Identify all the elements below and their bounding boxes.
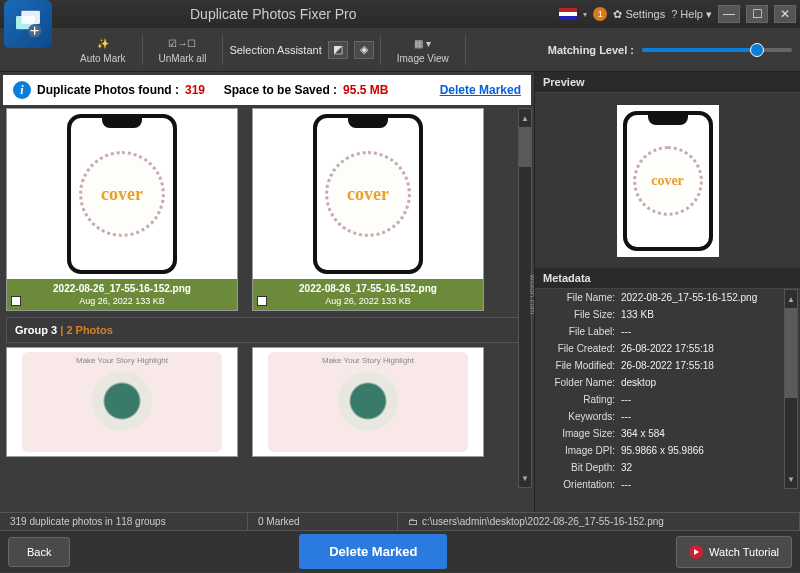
info-bar: i Duplicate Photos found : 319 Space to … bbox=[3, 75, 531, 105]
thumbnail-card[interactable]: Make Your Story Highlight bbox=[6, 347, 238, 457]
image-view-button[interactable]: ▦ ▾ Image View bbox=[387, 35, 459, 64]
group-header[interactable]: Group 3 | 2 Photos bbox=[6, 317, 528, 343]
watch-tutorial-button[interactable]: Watch Tutorial bbox=[676, 536, 792, 568]
separator bbox=[380, 35, 381, 65]
delete-marked-button[interactable]: Delete Marked bbox=[299, 534, 447, 569]
delete-marked-link[interactable]: Delete Marked bbox=[440, 83, 521, 97]
unmark-all-button[interactable]: ☑→☐ UnMark all bbox=[149, 35, 217, 64]
preview-pane: cover bbox=[535, 93, 800, 268]
status-dup-count: 319 duplicate photos in 118 groups bbox=[0, 513, 248, 530]
metadata-row: Orientation:--- bbox=[535, 476, 800, 493]
metadata-row: Keywords:--- bbox=[535, 408, 800, 425]
space-saved: 95.5 MB bbox=[343, 83, 388, 97]
metadata-row: File Modified:26-08-2022 17:55:18 bbox=[535, 357, 800, 374]
separator bbox=[465, 35, 466, 65]
metadata-row: Bit Depth:32 bbox=[535, 459, 800, 476]
matching-level-label: Matching Level : bbox=[548, 44, 634, 56]
separator bbox=[222, 35, 223, 65]
wand-icon: ✨ bbox=[97, 35, 109, 51]
back-button[interactable]: Back bbox=[8, 537, 70, 567]
metadata-row: Folder Name:desktop bbox=[535, 374, 800, 391]
thumbnail-card[interactable]: Make Your Story Highlight bbox=[252, 347, 484, 457]
uncheck-icon: ☑→☐ bbox=[168, 35, 196, 51]
auto-mark-button[interactable]: ✨ Auto Mark bbox=[70, 35, 136, 64]
selection-assist-btn-2[interactable]: ◈ bbox=[354, 41, 374, 59]
scrollbar[interactable]: ▲▼ bbox=[784, 289, 798, 489]
metadata-row: Image DPI:95.9866 x 95.9866 bbox=[535, 442, 800, 459]
metadata-header: Metadata bbox=[535, 268, 800, 289]
svg-rect-1 bbox=[21, 11, 40, 24]
settings-link[interactable]: ✿ Settings bbox=[613, 8, 665, 21]
selection-assistant-label: Selection Assistant bbox=[229, 44, 321, 56]
play-icon bbox=[689, 545, 703, 559]
metadata-row: File Name:2022-08-26_17-55-16-152.png bbox=[535, 289, 800, 306]
metadata-row: Rating:--- bbox=[535, 391, 800, 408]
info-icon: i bbox=[13, 81, 31, 99]
metadata-row: File Label:--- bbox=[535, 323, 800, 340]
metadata-row: Image Size:364 x 584 bbox=[535, 425, 800, 442]
minimize-button[interactable]: — bbox=[718, 5, 740, 23]
thumbnail-card[interactable]: cover 2022-08-26_17-55-16-152.pngAug 26,… bbox=[6, 108, 238, 311]
maximize-button[interactable]: ☐ bbox=[746, 5, 768, 23]
selection-assist-btn-1[interactable]: ◩ bbox=[328, 41, 348, 59]
close-button[interactable]: ✕ bbox=[774, 5, 796, 23]
separator bbox=[142, 35, 143, 65]
status-path: 🗀c:\users\admin\desktop\2022-08-26_17-55… bbox=[398, 513, 800, 530]
help-link[interactable]: ? Help ▾ bbox=[671, 8, 712, 21]
metadata-panel: ▲▼ File Name:2022-08-26_17-55-16-152.png… bbox=[535, 289, 800, 512]
found-count: 319 bbox=[185, 83, 205, 97]
metadata-row: File Size:133 KB bbox=[535, 306, 800, 323]
matching-level-slider[interactable] bbox=[642, 48, 792, 52]
app-logo bbox=[4, 0, 52, 48]
metadata-row: File Created:26-08-2022 17:55:18 bbox=[535, 340, 800, 357]
checkbox[interactable] bbox=[257, 296, 267, 306]
thumbnail-card[interactable]: cover 2022-08-26_17-55-16-152.pngAug 26,… bbox=[252, 108, 484, 311]
notification-badge[interactable]: 1 bbox=[593, 7, 607, 21]
status-marked: 0 Marked bbox=[248, 513, 398, 530]
grid-icon: ▦ ▾ bbox=[414, 35, 431, 51]
app-title: Duplicate Photos Fixer Pro bbox=[190, 6, 357, 22]
checkbox[interactable] bbox=[11, 296, 21, 306]
preview-header: Preview bbox=[535, 72, 800, 93]
language-flag-icon[interactable] bbox=[559, 8, 577, 20]
folder-icon: 🗀 bbox=[408, 516, 418, 527]
